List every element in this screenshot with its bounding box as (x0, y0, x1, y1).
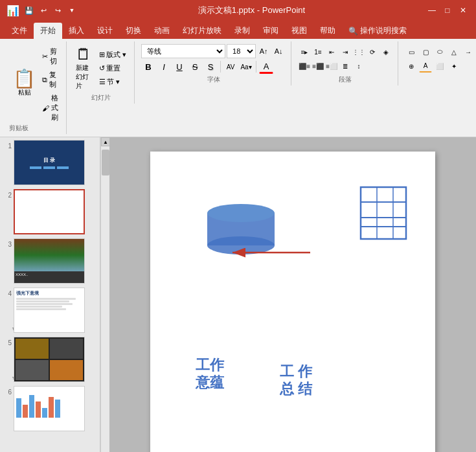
text-direction-btn[interactable]: ⟳ (366, 45, 379, 58)
text-shape-1[interactable]: 工作意蕴 (196, 357, 224, 391)
tab-file[interactable]: 文件 (5, 23, 34, 39)
justify-btn[interactable]: ≣ (339, 60, 352, 73)
slide-thumb-6[interactable] (14, 386, 85, 431)
char-spacing-btn[interactable]: AV (223, 60, 238, 74)
slide-thumb-4[interactable]: 强光下意境 (14, 288, 85, 333)
tab-insert[interactable]: 插入 (62, 23, 91, 39)
text-shape-2[interactable]: 工 作总 结 (280, 363, 312, 398)
decrease-indent-btn[interactable]: ⇤ (325, 45, 338, 58)
slide-number-2: 2 (3, 192, 12, 199)
slide-item-4[interactable]: 4 ★ 强光下意境 (3, 288, 97, 333)
arrow-svg (226, 241, 317, 264)
close-button[interactable]: ✕ (457, 4, 470, 17)
thumb-4-title: 强光下意境 (16, 290, 82, 297)
shape-tri[interactable]: △ (448, 45, 460, 58)
grid-shape[interactable] (357, 184, 409, 244)
shape-arrow[interactable]: → (462, 45, 475, 58)
tab-home[interactable]: 开始 (34, 23, 62, 39)
new-slide-button[interactable]: 🗒 新建幻灯片 (73, 43, 94, 93)
bar-7 (55, 400, 60, 418)
bar-6 (49, 397, 54, 418)
columns-btn[interactable]: ⋮⋮ (352, 45, 365, 58)
decrease-font-btn[interactable]: A↓ (271, 44, 286, 58)
font-label: 字体 (207, 75, 220, 84)
tab-record[interactable]: 录制 (228, 23, 256, 39)
shape-rounded[interactable]: ▢ (419, 45, 432, 58)
font-name-select[interactable]: 等线 (141, 44, 225, 58)
save-quick-btn[interactable]: 💾 (23, 5, 35, 16)
align-center-btn[interactable]: ≡⬛ (312, 60, 324, 73)
copy-button[interactable]: ⧉ 复制 (40, 69, 61, 91)
tab-help[interactable]: 帮助 (313, 23, 342, 39)
clipboard-label: 剪贴板 (9, 124, 28, 133)
align-right-btn[interactable]: ≡⬜ (325, 60, 338, 73)
underline-button[interactable]: U (172, 60, 187, 74)
arrange-btn[interactable]: ⊕ (405, 60, 418, 73)
slide-thumb-5[interactable] (14, 337, 85, 382)
paste-label: 粘贴 (18, 88, 31, 97)
slide-item-6[interactable]: 6 (3, 386, 97, 431)
scroll-thumb[interactable] (102, 150, 109, 175)
slide-panel-scrollbar[interactable]: ▲ ▼ (100, 137, 109, 452)
font-color-btn[interactable]: A (259, 60, 273, 74)
slide-thumb-3[interactable]: XXXX.. (14, 238, 85, 284)
scroll-track[interactable] (101, 146, 109, 452)
slide-thumb-2[interactable] (14, 189, 85, 234)
slide-item-5[interactable]: 5 ★ (3, 337, 97, 382)
align-left-btn[interactable]: ⬛️≡ (298, 60, 311, 73)
tab-design[interactable]: 设计 (91, 23, 119, 39)
italic-button[interactable]: I (157, 60, 171, 74)
slide-item-1[interactable]: 1 目 录 (3, 140, 97, 185)
increase-indent-btn[interactable]: ⇥ (339, 45, 352, 58)
maximize-button[interactable]: □ (441, 4, 454, 17)
tab-view[interactable]: 视图 (285, 23, 313, 39)
tab-review[interactable]: 审阅 (256, 23, 285, 39)
line-spacing-btn[interactable]: ↕ (352, 60, 365, 73)
strikethrough-button[interactable]: S (188, 60, 202, 74)
shape-rect[interactable]: ▭ (405, 45, 418, 58)
minimize-button[interactable]: — (425, 4, 438, 17)
scissors-icon: ✂ (42, 52, 48, 61)
scroll-up-btn[interactable]: ▲ (101, 137, 110, 146)
increase-font-btn[interactable]: A↑ (256, 44, 271, 58)
layout-button[interactable]: ⊞ 版式 ▾ (96, 49, 129, 61)
effects-btn[interactable]: ✦ (448, 60, 460, 73)
shapes-row-1: ▭ ▢ ⬭ △ → ⋯ (405, 45, 476, 58)
reset-button[interactable]: ↺ 重置 (96, 62, 129, 74)
change-case-btn[interactable]: Aa▾ (239, 60, 253, 74)
copy-label: 复制 (49, 70, 58, 89)
ribbon-tab-bar: 文件 开始 插入 设计 切换 动画 幻灯片放映 录制 审阅 视图 帮助 🔍 操作… (0, 21, 476, 39)
numbered-list-btn[interactable]: 1≡ (312, 45, 324, 58)
slide-item-3[interactable]: 3 XXXX.. (3, 238, 97, 284)
bar-4 (36, 401, 41, 418)
textshadow-button[interactable]: S (203, 60, 218, 74)
tab-animations[interactable]: 动画 (148, 23, 176, 39)
cut-button[interactable]: ✂ 剪切 (40, 45, 61, 67)
format-paint-icon: 🖌 (42, 104, 49, 112)
redo-quick-btn[interactable]: ↪ (52, 5, 63, 16)
tab-search[interactable]: 🔍 操作说明搜索 (342, 23, 413, 39)
shape-oval[interactable]: ⬭ (433, 45, 446, 58)
tab-slideshow[interactable]: 幻灯片放映 (176, 23, 228, 39)
arrow-annotation (226, 241, 317, 266)
fill-color-btn[interactable]: A (419, 60, 432, 73)
font-size-select[interactable]: 18 (227, 44, 256, 58)
outline-color-btn[interactable]: ⬜ (433, 60, 446, 73)
section-button[interactable]: ☰ 节 ▾ (96, 76, 129, 88)
tab-transitions[interactable]: 切换 (119, 23, 148, 39)
slide-panel[interactable]: 1 目 录 2 3 XXXX.. 4 (0, 137, 100, 452)
customize-quick-btn[interactable]: ▼ (66, 5, 78, 16)
format-paint-button[interactable]: 🖌 格式刷 (40, 92, 61, 124)
slide-thumb-1[interactable]: 目 录 (14, 140, 85, 185)
bold-button[interactable]: B (141, 60, 155, 74)
svg-point-4 (207, 204, 275, 222)
slides-label: 幻灯片 (91, 93, 111, 102)
slides-group-content: 🗒 新建幻灯片 ⊞ 版式 ▾ ↺ 重置 ☰ 节 ▾ (73, 43, 129, 93)
convert-to-smartart-btn[interactable]: ◈ (380, 45, 392, 58)
bullet-list-btn[interactable]: ≡▸ (298, 45, 311, 58)
paste-button[interactable]: 📋 粘贴 (9, 67, 40, 100)
undo-quick-btn[interactable]: ↩ (38, 5, 49, 16)
slide-canvas[interactable]: 工作意蕴 工 作总 结 (150, 152, 435, 452)
paragraph-group: ≡▸ 1≡ ⇤ ⇥ ⋮⋮ ⟳ ◈ ⬛️≡ ≡⬛ ≡⬜ ≣ ↕ 段落 (293, 41, 398, 85)
slide-item-2[interactable]: 2 (3, 189, 97, 234)
